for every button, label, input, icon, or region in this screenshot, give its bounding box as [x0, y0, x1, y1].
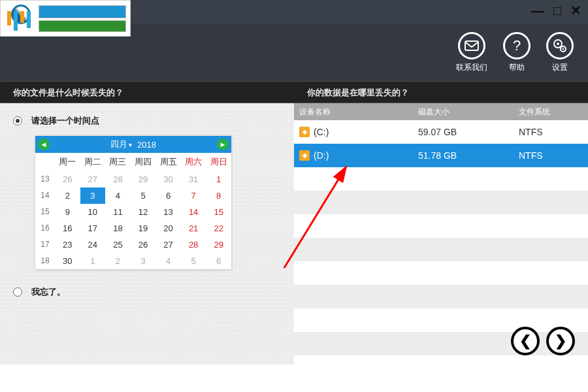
help-button[interactable]: ? 帮助 — [503, 32, 531, 73]
calendar-day-cell[interactable]: 27 — [80, 171, 106, 188]
maximize-button[interactable]: □ — [553, 4, 561, 17]
settings-label: 设置 — [552, 62, 568, 73]
calendar-day-cell[interactable]: 30 — [155, 171, 181, 188]
drive-fs: NTFS — [516, 127, 588, 137]
drive-row[interactable]: ❖(C:)59.07 GBNTFS — [294, 120, 588, 144]
calendar-day-cell[interactable]: 31 — [181, 171, 206, 188]
calendar-day-cell[interactable]: 13 — [155, 204, 181, 220]
header-filesystem: 文件系统 — [516, 106, 588, 118]
calendar-day-cell[interactable]: 16 — [55, 220, 80, 237]
calendar-day-cell[interactable]: 2 — [55, 188, 80, 204]
drive-name: (D:) — [314, 150, 329, 161]
calendar-day-cell[interactable]: 15 — [206, 204, 231, 220]
settings-button[interactable]: 设置 — [546, 32, 574, 73]
calendar-week-number: 16 — [35, 220, 55, 237]
calendar-day-header: 周三 — [105, 153, 131, 171]
calendar-day-cell[interactable]: 26 — [55, 171, 80, 188]
svg-point-2 — [557, 42, 559, 45]
calendar-week-number: 17 — [35, 237, 55, 253]
help-label: 帮助 — [509, 62, 525, 73]
calendar-month-dropdown[interactable]: 四月 — [110, 139, 137, 150]
empty-row — [294, 167, 588, 191]
empty-row — [294, 285, 588, 308]
prev-step-button[interactable]: ❮ — [511, 327, 540, 355]
calendar-day-cell[interactable]: 20 — [155, 220, 181, 237]
calendar-day-cell[interactable]: 6 — [206, 253, 231, 269]
calendar-day-cell[interactable]: 23 — [55, 237, 80, 253]
time-selection-pane: 请选择一个时间点 ◄ 四月 2018 ► 周一周二周三周四周五周六周日13262… — [0, 103, 294, 365]
calendar-day-cell[interactable]: 22 — [206, 220, 231, 237]
calendar-day-cell[interactable]: 4 — [105, 188, 131, 204]
calendar-day-cell[interactable]: 21 — [181, 220, 206, 237]
calendar-day-cell[interactable]: 26 — [131, 237, 156, 253]
calendar-day-header: 周五 — [155, 153, 181, 171]
calendar-day-cell[interactable]: 19 — [131, 220, 156, 237]
close-button[interactable]: ✕ — [570, 4, 581, 17]
calendar-week-number: 14 — [35, 188, 55, 204]
svg-rect-0 — [465, 41, 478, 50]
calendar-day-cell[interactable]: 24 — [80, 237, 106, 253]
logo-text — [39, 5, 126, 32]
calendar-day-cell[interactable]: 27 — [155, 237, 181, 253]
logo-mark — [5, 3, 35, 33]
drive-row[interactable]: ❖(D:)51.78 GBNTFS — [294, 144, 588, 167]
calendar-day-header: 周二 — [80, 153, 106, 171]
calendar-day-cell[interactable]: 5 — [181, 253, 206, 269]
calendar-day-cell[interactable]: 10 — [80, 204, 106, 220]
calendar-day-cell[interactable]: 28 — [105, 171, 131, 188]
calendar-grid: 周一周二周三周四周五周六周日13262728293031114234567815… — [35, 153, 231, 269]
nav-footer: ❮ ❯ — [511, 327, 575, 355]
calendar-day-cell[interactable]: 29 — [206, 237, 231, 253]
gear-icon — [546, 32, 574, 59]
radio-icon — [13, 116, 22, 125]
calendar-next-button[interactable]: ► — [217, 139, 229, 150]
calendar-day-cell[interactable]: 2 — [105, 253, 131, 269]
app-logo — [0, 0, 131, 37]
contact-us-label: 联系我们 — [456, 62, 487, 73]
calendar-day-cell[interactable]: 3 — [131, 253, 156, 269]
calendar-widget: ◄ 四月 2018 ► 周一周二周三周四周五周六周日13262728293031… — [35, 136, 231, 269]
calendar-day-cell[interactable]: 28 — [181, 237, 206, 253]
radio-icon — [13, 287, 22, 297]
calendar-day-cell[interactable]: 29 — [131, 171, 156, 188]
mail-icon — [458, 32, 485, 59]
option-select-time[interactable]: 请选择一个时间点 — [13, 115, 278, 127]
drive-list-header: 设备名称 磁盘大小 文件系统 — [294, 103, 588, 120]
calendar-day-cell[interactable]: 1 — [80, 253, 106, 269]
calendar-day-cell[interactable]: 8 — [206, 188, 231, 204]
calendar-day-cell[interactable]: 1 — [206, 171, 231, 188]
header-disk-size: 磁盘大小 — [418, 106, 516, 118]
calendar-day-cell[interactable]: 17 — [80, 220, 106, 237]
drive-size: 51.78 GB — [418, 150, 516, 161]
empty-row — [294, 238, 588, 261]
calendar-day-cell[interactable]: 5 — [131, 188, 156, 204]
contact-us-button[interactable]: 联系我们 — [456, 32, 487, 73]
minimize-button[interactable]: — — [531, 4, 544, 17]
calendar-day-cell[interactable]: 4 — [155, 253, 181, 269]
calendar-day-cell[interactable]: 11 — [105, 204, 131, 220]
calendar-day-cell[interactable]: 30 — [55, 253, 80, 269]
option-forgot[interactable]: 我忘了。 — [13, 286, 278, 298]
empty-row — [294, 261, 588, 285]
calendar-day-cell[interactable]: 12 — [131, 204, 156, 220]
drive-name: (C:) — [314, 127, 329, 137]
calendar-year-label[interactable]: 2018 — [137, 140, 156, 150]
calendar-day-header: 周四 — [131, 153, 156, 171]
calendar-day-cell[interactable]: 6 — [155, 188, 181, 204]
svg-point-4 — [563, 48, 564, 50]
calendar-week-number: 18 — [35, 253, 55, 269]
calendar-day-cell[interactable]: 25 — [105, 237, 131, 253]
calendar-day-header: 周一 — [55, 153, 80, 171]
calendar-week-number: 15 — [35, 204, 55, 220]
calendar-day-cell[interactable]: 9 — [55, 204, 80, 220]
calendar-day-header: 周日 — [206, 153, 231, 171]
calendar-day-cell[interactable]: 14 — [181, 204, 206, 220]
calendar-day-cell[interactable]: 3 — [80, 188, 106, 204]
option-select-time-label: 请选择一个时间点 — [31, 115, 99, 127]
question-left: 你的文件是什么时候丢失的？ — [0, 82, 294, 103]
calendar-day-cell[interactable]: 18 — [105, 220, 131, 237]
empty-row — [294, 214, 588, 238]
calendar-day-cell[interactable]: 7 — [181, 188, 206, 204]
next-step-button[interactable]: ❯ — [546, 327, 575, 355]
calendar-prev-button[interactable]: ◄ — [38, 139, 50, 150]
